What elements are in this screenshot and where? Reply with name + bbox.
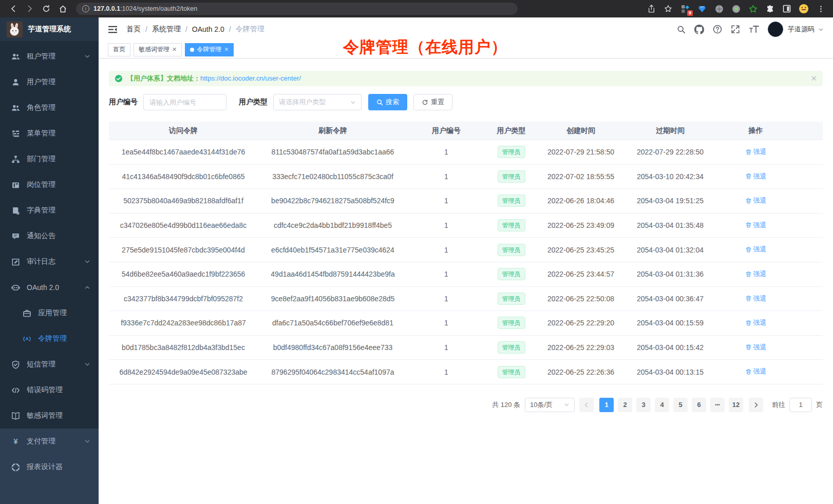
page-button-12[interactable]: 12 [729,398,743,412]
page-button-6[interactable]: 6 [692,398,706,412]
url-bar[interactable]: i 127.0.0.1:1024/system/oauth2/token [76,3,518,15]
search-button[interactable]: 搜索 [368,94,407,110]
user-type-label: 用户类型 [239,98,268,107]
tab-close-icon[interactable]: ✕ [224,46,229,53]
action-cell: 强退 [716,172,795,182]
force-logout-button[interactable]: 强退 [745,245,767,254]
star-extension-icon[interactable] [748,4,758,14]
expire-time-cell: 2054-03-10 20:42:34 [624,172,716,181]
sidebar-item-application-management[interactable]: 应用管理 [0,300,99,326]
page-button-1[interactable]: 1 [599,398,614,412]
column-header: 过期时间 [624,126,716,135]
browser-forward-icon[interactable] [23,2,36,15]
force-logout-button[interactable]: 强退 [745,221,767,230]
chevron-down-icon [84,361,90,367]
tab-首页[interactable]: 首页 [108,43,130,56]
recorder-extension-icon[interactable] [731,4,741,14]
browser-home-icon[interactable] [56,2,69,15]
sidebar-item-label: 岗位管理 [27,180,55,189]
sidebar-item-sensitive-words-management[interactable]: 敏感词管理 [0,403,99,429]
user-id-input[interactable] [143,94,226,110]
filter-form: 用户编号 用户类型 请选择用户类型 搜索 [109,94,823,110]
alert-close-icon[interactable]: ✕ [810,74,817,83]
prev-page-button[interactable] [579,398,594,412]
breadcrumb-item[interactable]: 首页 [126,25,141,34]
sidebar-item-error-code-management[interactable]: 错误码管理 [0,377,99,403]
sidebar-item-dict-management[interactable]: 字典管理 [0,198,99,223]
browser-back-icon[interactable] [7,2,20,15]
page-button-5[interactable]: 5 [673,398,688,412]
profile-avatar-icon[interactable] [799,4,809,14]
fullscreen-icon[interactable] [731,25,740,34]
force-logout-button[interactable]: 强退 [745,367,767,376]
gem-extension-icon[interactable] [697,4,707,14]
sidebar-item-payment-management[interactable]: ¥支付管理 [0,429,99,454]
sidebar-item-sms-management[interactable]: 短信管理 [0,352,99,377]
puzzle-extension-icon[interactable] [765,4,775,14]
refresh-token-cell: 9ce8ef2aa9f14056b831ae9b608e28d5 [258,295,408,303]
app-logo-area[interactable]: 芋道管理系统 [0,17,99,41]
sidebar-collapse-icon[interactable] [107,24,118,35]
font-size-icon[interactable] [749,25,759,34]
force-logout-button[interactable]: 强退 [745,343,767,352]
sidebar-item-menu-management[interactable]: 菜单管理 [0,121,99,146]
bookmark-star-icon[interactable] [663,4,673,14]
split-screen-extension-icon[interactable] [782,4,792,14]
payment-yen-icon: ¥ [11,437,20,446]
sidebar-item-tenant-management[interactable]: 租户管理 [0,44,99,69]
force-logout-button[interactable]: 强退 [745,147,767,157]
table-row: 54d6be82ee5a460a9aedc1f9bf22365649d1aa46… [109,262,823,287]
help-icon[interactable] [713,25,722,34]
column-header: 操作 [716,126,795,135]
force-logout-button[interactable]: 强退 [745,172,767,181]
sidebar-item-token-management[interactable]: A令牌管理 [0,326,99,352]
refresh-token-cell: dfa6c71a50a54c66bef706ef9e6e8d81 [258,319,408,327]
sidebar-item-role-management[interactable]: 角色管理 [0,95,99,121]
breadcrumb-item[interactable]: OAuth 2.0 [192,25,224,33]
user-type-badge: 管理员 [498,146,525,158]
action-cell: 强退 [716,343,795,353]
tab-敏感词管理[interactable]: 敏感词管理✕ [134,43,182,56]
breadcrumb-item[interactable]: 系统管理 [152,25,181,34]
column-header: 用户类型 [485,126,538,135]
browser-reload-icon[interactable] [40,2,53,15]
page-ellipsis-button[interactable]: ••• [710,398,725,412]
share-icon[interactable] [646,4,656,14]
page-size-select[interactable]: 10条/页 [525,398,575,412]
next-page-button[interactable] [749,398,763,412]
tab-令牌管理[interactable]: 令牌管理✕ [185,43,234,56]
wheel-extension-icon[interactable] [714,4,724,14]
expire-time-cell: 2054-03-04 00:36:47 [624,295,716,303]
goto-page-input[interactable] [789,398,812,412]
browser-menu-icon[interactable] [816,4,826,14]
alert-doc-link[interactable]: https://doc.iocoder.cn/user-center/ [200,74,301,82]
page-button-2[interactable]: 2 [618,398,632,412]
sidebar-item-oauth2[interactable]: OAuth 2.0 [0,275,99,300]
tab-close-icon[interactable]: ✕ [172,46,177,53]
github-icon[interactable] [694,25,704,34]
sidebar-item-report-designer[interactable]: 报表设计器 [0,454,99,480]
sidebar-item-post-management[interactable]: 岗位管理 [0,172,99,198]
site-info-icon[interactable]: i [82,5,89,12]
user-menu-caret-icon[interactable] [818,27,824,32]
breadcrumb-separator: / [145,25,147,33]
tags-bar: 首页敏感词管理✕令牌管理✕ [99,41,833,59]
force-logout-button[interactable]: 强退 [745,294,767,303]
page-button-4[interactable]: 4 [655,398,669,412]
created-time-cell: 2022-06-25 22:26:36 [538,368,624,376]
user-type-select[interactable]: 请选择用户类型 [273,94,362,110]
force-logout-button[interactable]: 强退 [745,196,767,205]
sidebar-item-notice-announcement[interactable]: 通知公告 [0,223,99,249]
reset-button[interactable]: 重置 [413,94,452,110]
extension-grid-icon[interactable]: 9 [680,4,690,14]
user-avatar[interactable] [768,22,783,37]
user-name[interactable]: 芋道源码 [788,25,815,34]
page-button-3[interactable]: 3 [636,398,651,412]
user-id-cell: 1 [408,246,485,254]
search-icon[interactable] [677,25,686,34]
force-logout-button[interactable]: 强退 [745,269,767,279]
sidebar-item-dept-management[interactable]: 部门管理 [0,146,99,172]
sidebar-item-user-management[interactable]: 用户管理 [0,69,99,95]
sidebar-item-audit-log[interactable]: 审计日志 [0,249,99,275]
force-logout-button[interactable]: 强退 [745,318,767,327]
